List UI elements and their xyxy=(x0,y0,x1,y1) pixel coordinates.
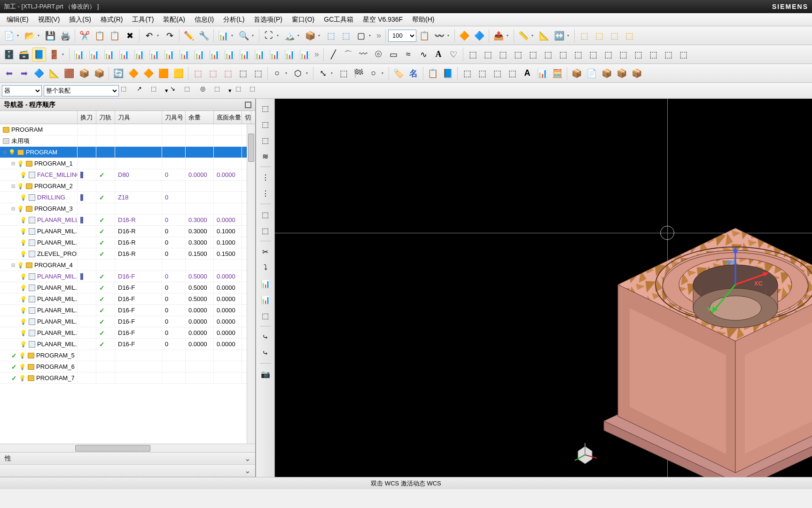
spline-button[interactable]: 〰 xyxy=(356,48,370,62)
cut-button[interactable]: ✂️ xyxy=(78,29,92,43)
menu-item[interactable]: 信息(I) xyxy=(191,14,218,25)
zoom-select[interactable]: 100 xyxy=(388,30,416,42)
r30-button[interactable]: 📦 xyxy=(570,66,584,80)
cam1-button[interactable]: 🗄️ xyxy=(2,48,16,62)
col-floorstock[interactable]: 底面余量 xyxy=(214,111,242,124)
3d-viewport[interactable]: ZM XC YC xyxy=(275,99,812,477)
menu-item[interactable]: 帮助(H) xyxy=(408,14,438,25)
col-cut[interactable]: 切 xyxy=(242,111,251,124)
r4-button[interactable]: 📦 xyxy=(77,66,91,80)
g13-button[interactable]: ⬚ xyxy=(646,48,660,62)
measure2-button[interactable]: 📐 xyxy=(537,29,551,43)
s6-button[interactable]: ◎ xyxy=(200,85,212,96)
shape-button[interactable]: ♡ xyxy=(446,48,461,62)
op7-button[interactable]: 📊 xyxy=(162,48,176,62)
op15-button[interactable]: 📊 xyxy=(282,48,297,62)
tree-row[interactable]: 💡 PLANAR_MIL...✓D16-F00.00000.0000 xyxy=(0,327,255,339)
transform-button[interactable]: 🔧 xyxy=(197,29,211,43)
vt12[interactable]: 📊 xyxy=(258,293,273,306)
r17-button[interactable]: ⬡ xyxy=(291,66,305,80)
tree-row[interactable]: 💡 PLANAR_MIL...✓D16-F00.00000.0000 xyxy=(0,339,255,350)
sel-type[interactable]: 器 xyxy=(2,85,42,96)
s8-button[interactable]: ⬚ xyxy=(235,85,248,96)
undo-button[interactable]: ↶ xyxy=(142,29,156,43)
r20-button[interactable]: ○ xyxy=(367,66,381,80)
menu-item[interactable]: 窗口(O) xyxy=(288,14,318,25)
g9-button[interactable]: ⬚ xyxy=(586,48,600,62)
r11-button[interactable]: ⬚ xyxy=(191,66,205,80)
s3-button[interactable]: ⬚ xyxy=(151,85,163,96)
menu-item[interactable]: 格式(R) xyxy=(97,14,126,25)
vt3[interactable]: ⬚ xyxy=(258,134,273,147)
tree-row[interactable]: 💡 PLANAR_MIL...✓D16-F00.50000.0000 xyxy=(0,271,255,282)
vt13[interactable]: ⬚ xyxy=(258,309,273,322)
print-button[interactable]: 🖨️ xyxy=(58,29,72,43)
cam2-button[interactable]: 🗃️ xyxy=(17,48,31,62)
delete-button[interactable]: ✖ xyxy=(123,29,137,43)
menu-item[interactable]: 首选项(P) xyxy=(250,14,286,25)
list-button[interactable]: 📋 xyxy=(417,29,431,43)
hscroll[interactable] xyxy=(0,444,255,452)
r2-button[interactable]: 📐 xyxy=(47,66,61,80)
box1-button[interactable]: ⬚ xyxy=(324,29,338,43)
tree-row[interactable]: 💡 PLANAR_MIL...✓D16-F00.00000.0000 xyxy=(0,316,255,327)
ops-button[interactable]: 📊 xyxy=(216,29,230,43)
r14-button[interactable]: ⬚ xyxy=(236,66,250,80)
copy-button[interactable]: 📋 xyxy=(93,29,107,43)
curve2-button[interactable]: ≈ xyxy=(401,48,415,62)
tree-row[interactable]: ⊟ 💡 PROGRAM_4 xyxy=(0,260,255,271)
fwd-button[interactable]: ➡ xyxy=(17,66,31,80)
op3-button[interactable]: 📊 xyxy=(102,48,116,62)
r7-button[interactable]: 🔶 xyxy=(126,66,141,80)
export-button[interactable]: 📤 xyxy=(492,29,506,43)
r31-button[interactable]: 📄 xyxy=(585,66,599,80)
overflow2-icon[interactable]: » xyxy=(312,49,321,59)
vt5[interactable]: ⋮ xyxy=(258,171,273,184)
vscroll[interactable] xyxy=(247,124,255,444)
r34-button[interactable]: 📦 xyxy=(630,66,644,80)
r33-button[interactable]: 📦 xyxy=(615,66,629,80)
s2-button[interactable]: ↗ xyxy=(137,85,149,96)
vt15[interactable]: ⤷ xyxy=(258,346,273,359)
back-button[interactable]: ⬅ xyxy=(2,66,16,80)
col-tool[interactable]: 刀具 xyxy=(115,111,162,124)
g7-button[interactable]: ⬚ xyxy=(556,48,570,62)
col-toolnum[interactable]: 刀具号 xyxy=(162,111,186,124)
wcs-button[interactable]: ⤡ xyxy=(316,66,330,80)
tree-row[interactable]: PROGRAM xyxy=(0,124,255,135)
op6-button[interactable]: 📊 xyxy=(147,48,161,62)
r23-button[interactable]: 📘 xyxy=(441,66,455,80)
tree-row[interactable]: 💡 FACE_MILLING✓D8000.00000.0000 xyxy=(0,169,255,181)
measure1-button[interactable]: 📏 xyxy=(516,29,531,43)
tree-row[interactable]: ✓ 💡 PROGRAM_6 xyxy=(0,361,255,373)
menu-item[interactable]: 分析(L) xyxy=(219,14,248,25)
box2-button[interactable]: ⬚ xyxy=(339,29,353,43)
g12-button[interactable]: ⬚ xyxy=(631,48,645,62)
op5-button[interactable]: 📊 xyxy=(132,48,146,62)
curve-button[interactable]: 〰️ xyxy=(432,29,446,43)
tree-row[interactable]: 💡 PLANAR_MIL...✓D16-R00.30000.1000 xyxy=(0,226,255,237)
r22-button[interactable]: 📋 xyxy=(426,66,440,80)
r27-button[interactable]: ⬚ xyxy=(505,66,519,80)
g6-button[interactable]: ⬚ xyxy=(541,48,555,62)
analyze1-button[interactable]: 🔶 xyxy=(457,29,471,43)
menu-item[interactable]: 编辑(E) xyxy=(3,14,32,25)
tree-row[interactable]: 💡 PLANAR_MIL...✓D16-F00.00000.0000 xyxy=(0,305,255,316)
r24-button[interactable]: ⬚ xyxy=(460,66,474,80)
r16-button[interactable]: ○ xyxy=(270,66,284,80)
cam3-button[interactable]: 📘 xyxy=(32,48,46,62)
col-stock[interactable]: 余量 xyxy=(186,111,214,124)
tree-row[interactable]: ⊟ 💡 PROGRAM_2 xyxy=(0,181,255,192)
line-button[interactable]: ╱ xyxy=(326,48,340,62)
g14-button[interactable]: ⬚ xyxy=(661,48,675,62)
panel-details[interactable]: ⌄ xyxy=(0,465,255,477)
measure3-button[interactable]: ↔️ xyxy=(552,29,566,43)
fillet-button[interactable]: ⦾ xyxy=(371,48,385,62)
col-name[interactable] xyxy=(0,111,78,124)
op14-button[interactable]: 📊 xyxy=(267,48,281,62)
menu-item[interactable]: 星空 V6.936F xyxy=(359,14,406,25)
shade-button[interactable]: 🏔️ xyxy=(282,29,297,43)
r26-button[interactable]: ⬚ xyxy=(490,66,504,80)
g3-button[interactable]: ⬚ xyxy=(496,48,510,62)
r25-button[interactable]: ⬚ xyxy=(475,66,489,80)
